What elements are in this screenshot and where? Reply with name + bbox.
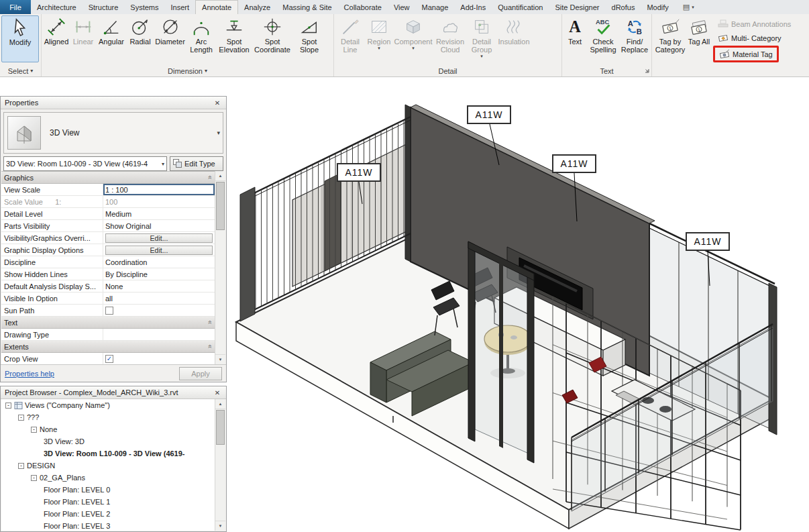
- tag-all-button[interactable]: 1 Tag All: [687, 15, 711, 64]
- check-spelling-button[interactable]: ABC Check Spelling: [586, 15, 620, 64]
- detail-group-button[interactable]: Detail Group ▾: [467, 15, 496, 64]
- tree-expander-icon[interactable]: -: [18, 415, 24, 421]
- dimension-panel-menu[interactable]: Dimension▾: [42, 65, 333, 76]
- section-header-text[interactable]: Text»: [1, 317, 215, 329]
- property-value[interactable]: [103, 305, 215, 316]
- tab-site-designer[interactable]: Site Designer: [549, 0, 605, 14]
- apply-button[interactable]: Apply: [179, 367, 222, 380]
- tab-view[interactable]: View: [388, 0, 416, 14]
- tab-architecture[interactable]: Architecture: [31, 0, 83, 14]
- edit-button[interactable]: Edit...: [105, 233, 213, 243]
- tree-node[interactable]: Floor Plan: LEVEL 1: [1, 496, 215, 508]
- tree-node[interactable]: -???: [1, 411, 215, 423]
- detail-component-button[interactable]: Component ▾: [393, 15, 433, 64]
- property-value[interactable]: None: [103, 280, 215, 292]
- wall-tag[interactable]: A11W: [552, 154, 596, 173]
- property-value[interactable]: 1 : 100: [103, 184, 215, 195]
- section-header-extents[interactable]: Extents»: [1, 341, 215, 353]
- tree-expander-icon[interactable]: -: [31, 427, 37, 433]
- tree-node[interactable]: 3D View: Room L10-009 - 3D View (4619-: [1, 447, 215, 460]
- tree-node[interactable]: -Views ("Company Name"): [1, 399, 215, 411]
- ribbon-display-toggle[interactable]: ▤ ▾: [679, 0, 698, 14]
- spot-coordinate-button[interactable]: Spot Coordinate: [252, 15, 293, 64]
- checkbox[interactable]: [105, 307, 113, 315]
- tab-structure[interactable]: Structure: [83, 0, 125, 14]
- property-value[interactable]: By Discipline: [103, 268, 215, 280]
- property-value[interactable]: ✓: [103, 353, 215, 364]
- tree-expander-icon[interactable]: -: [18, 463, 24, 469]
- dialog-launcher-icon[interactable]: [643, 66, 649, 74]
- edit-type-button[interactable]: Edit Type: [170, 156, 223, 171]
- wall-tag[interactable]: A11W: [337, 163, 381, 182]
- aligned-dimension-button[interactable]: Aligned: [43, 15, 70, 64]
- material-tag-button[interactable]: Material Tag: [716, 48, 775, 60]
- property-value[interactable]: 100: [103, 196, 215, 207]
- linear-dimension-button[interactable]: Linear: [70, 15, 97, 64]
- tree-expander-icon[interactable]: -: [31, 475, 37, 481]
- modify-button[interactable]: Modify: [1, 15, 39, 62]
- tab-systems[interactable]: Systems: [124, 0, 164, 14]
- tab-insert[interactable]: Insert: [165, 0, 196, 14]
- properties-scrollbar[interactable]: ▲ ▼: [215, 171, 225, 364]
- scroll-up-icon[interactable]: ▲: [215, 399, 225, 409]
- beam-annotations-button[interactable]: Beam Annotations: [715, 17, 794, 30]
- tag-by-category-button[interactable]: 1 Tag by Category: [653, 15, 687, 64]
- angular-dimension-button[interactable]: Angular: [97, 15, 126, 64]
- chevron-down-icon[interactable]: ▾: [217, 113, 220, 153]
- tab-quantification[interactable]: Quantification: [492, 0, 549, 14]
- file-tab[interactable]: File: [0, 0, 31, 14]
- section-header-graphics[interactable]: Graphics»: [1, 172, 215, 184]
- diameter-dimension-button[interactable]: Diameter: [154, 15, 186, 64]
- checkbox[interactable]: ✓: [105, 355, 113, 363]
- tree-node[interactable]: Floor Plan: LEVEL 3: [1, 520, 215, 531]
- tab-modify[interactable]: Modify: [641, 0, 674, 14]
- property-value[interactable]: Coordination: [103, 256, 215, 268]
- scroll-thumb[interactable]: [216, 410, 225, 445]
- tree-node[interactable]: Floor Plan: LEVEL 0: [1, 484, 215, 496]
- filled-region-button[interactable]: Region ▾: [365, 15, 393, 64]
- tree-node[interactable]: Floor Plan: LEVEL 2: [1, 508, 215, 520]
- tree-node[interactable]: 3D View: 3D: [1, 435, 215, 447]
- tab-annotate[interactable]: Annotate: [195, 0, 238, 14]
- edit-button[interactable]: Edit...: [105, 246, 213, 255]
- property-value[interactable]: all: [103, 292, 215, 304]
- instance-selector[interactable]: 3D View: Room L10-009 - 3D View (4619-4 …: [3, 156, 167, 171]
- insulation-button[interactable]: Insulation: [496, 15, 531, 64]
- properties-help-link[interactable]: Properties help: [5, 370, 54, 378]
- tree-node[interactable]: -02_GA_Plans: [1, 472, 215, 484]
- select-panel-menu[interactable]: Select▾: [0, 65, 41, 76]
- wall-tag[interactable]: A11W: [686, 232, 730, 251]
- detail-line-button[interactable]: Detail Line: [335, 15, 365, 64]
- arc-length-dimension-button[interactable]: Arc Length: [186, 15, 217, 64]
- tab-add-ins[interactable]: Add-Ins: [454, 0, 492, 14]
- scroll-down-icon[interactable]: ▼: [215, 354, 225, 364]
- property-value[interactable]: Edit...: [103, 232, 215, 244]
- multi-category-tag-button[interactable]: Multi- Category: [715, 32, 794, 44]
- type-selector[interactable]: 3D View ▾: [3, 112, 223, 154]
- tree-node[interactable]: -DESIGN: [1, 460, 215, 472]
- spot-elevation-button[interactable]: Spot Elevation: [217, 15, 252, 64]
- property-value[interactable]: [103, 329, 215, 340]
- scroll-up-icon[interactable]: ▲: [215, 171, 225, 181]
- close-icon[interactable]: ✕: [213, 99, 222, 107]
- property-value[interactable]: Medium: [103, 208, 215, 219]
- property-value[interactable]: Show Original: [103, 220, 215, 231]
- browser-scrollbar[interactable]: ▲ ▼: [215, 399, 225, 531]
- tree-expander-icon[interactable]: -: [5, 403, 11, 409]
- tab-collaborate[interactable]: Collaborate: [338, 0, 388, 14]
- wall-tag[interactable]: A11W: [467, 105, 511, 124]
- tab-drofus[interactable]: dRofus: [606, 0, 641, 14]
- 3d-room-view[interactable]: [231, 77, 809, 532]
- spot-slope-button[interactable]: Spot Slope: [293, 15, 325, 64]
- close-icon[interactable]: ✕: [213, 389, 222, 396]
- tab-manage[interactable]: Manage: [416, 0, 455, 14]
- drawing-area[interactable]: A11W A11W A11W A11W: [231, 77, 809, 532]
- text-button[interactable]: A Text: [563, 15, 586, 64]
- scroll-down-icon[interactable]: ▼: [215, 521, 225, 531]
- revision-cloud-button[interactable]: Revision Cloud: [433, 15, 467, 64]
- property-value[interactable]: Edit...: [103, 244, 215, 256]
- radial-dimension-button[interactable]: Radial: [126, 15, 154, 64]
- tab-massing-site[interactable]: Massing & Site: [276, 0, 337, 14]
- tab-analyze[interactable]: Analyze: [238, 0, 276, 14]
- find-replace-button[interactable]: AB Find/ Replace: [620, 15, 649, 64]
